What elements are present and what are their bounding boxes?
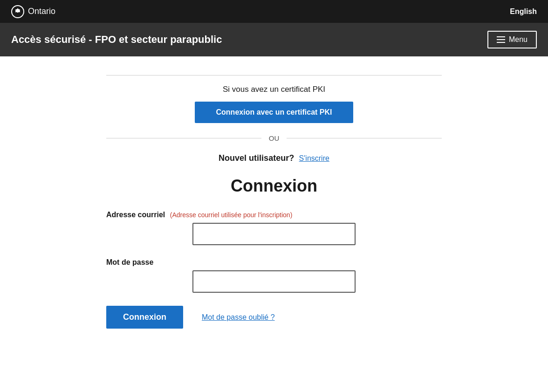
ontario-logo-text: Ontario xyxy=(28,7,55,16)
pki-section: Si vous avez un certificat PKI Connexion… xyxy=(106,85,442,123)
or-text: OU xyxy=(269,134,280,142)
or-divider: OU xyxy=(106,134,442,142)
menu-label: Menu xyxy=(509,35,527,44)
top-bar: Ontario English xyxy=(0,0,548,23)
menu-button[interactable]: Menu xyxy=(487,31,537,48)
new-user-section: Nouvel utilisateur? S'inscrire xyxy=(106,153,442,163)
pki-label: Si vous avez un certificat PKI xyxy=(106,85,442,94)
email-form-group: Adresse courriel (Adresse courriel utili… xyxy=(106,211,442,245)
new-user-text: Nouvel utilisateur? xyxy=(219,153,294,163)
menu-icon xyxy=(497,36,505,43)
ontario-logo: Ontario xyxy=(11,5,55,18)
password-form-group: Mot de passe xyxy=(106,258,442,293)
password-label: Mot de passe xyxy=(106,258,442,267)
ontario-trillium-icon xyxy=(11,5,24,18)
email-label: Adresse courriel (Adresse courriel utili… xyxy=(106,211,442,219)
login-button[interactable]: Connexion xyxy=(106,306,183,329)
login-title: Connexion xyxy=(106,176,442,196)
main-content: Si vous avez un certificat PKI Connexion… xyxy=(97,56,451,357)
password-input[interactable] xyxy=(192,270,356,293)
page-title: Accès sécurisé - FPO et secteur parapubl… xyxy=(11,34,222,46)
register-link[interactable]: S'inscrire xyxy=(299,154,329,162)
forgot-password-link[interactable]: Mot de passe oublié ? xyxy=(202,313,275,322)
pki-button[interactable]: Connexion avec un certificat PKI xyxy=(195,102,353,123)
header-bar: Accès sécurisé - FPO et secteur parapubl… xyxy=(0,23,548,56)
form-actions: Connexion Mot de passe oublié ? xyxy=(106,306,442,329)
language-link[interactable]: English xyxy=(510,7,537,16)
email-input[interactable] xyxy=(192,223,356,245)
email-hint: (Adresse courriel utilisée pour l'inscri… xyxy=(170,211,293,219)
top-divider xyxy=(106,75,442,76)
